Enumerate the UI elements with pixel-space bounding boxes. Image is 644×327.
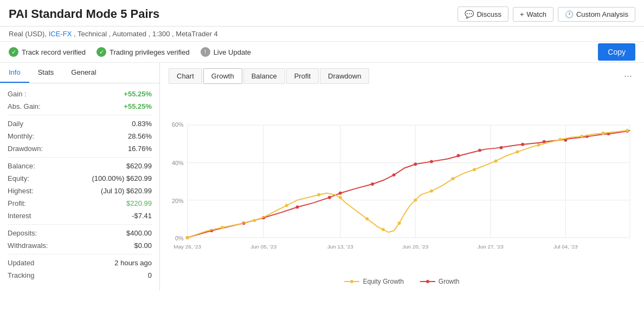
svg-point-63 bbox=[350, 280, 353, 283]
plus-icon: + bbox=[520, 10, 524, 18]
tracking-label: Tracking bbox=[8, 271, 34, 279]
svg-point-42 bbox=[186, 236, 189, 239]
abs-gain-row: Abs. Gain: +55.25% bbox=[0, 100, 159, 113]
live-update-icon: ! bbox=[201, 47, 210, 57]
svg-point-65 bbox=[426, 280, 429, 283]
updated-label: Updated bbox=[8, 259, 34, 267]
svg-point-58 bbox=[558, 138, 562, 141]
broker-link[interactable]: ICE-FX bbox=[49, 30, 72, 38]
svg-text:Jun 20, '23: Jun 20, '23 bbox=[402, 244, 429, 250]
abs-gain-label: Abs. Gain: bbox=[8, 102, 41, 110]
svg-point-60 bbox=[602, 132, 605, 135]
equity-row: Equity: (100.00%) $620.99 bbox=[0, 172, 159, 185]
svg-point-46 bbox=[317, 193, 320, 197]
profit-value: $220.99 bbox=[126, 199, 152, 207]
verification-badges: ✓ Track record verified ✓ Trading privil… bbox=[0, 42, 644, 63]
trading-privileges-icon: ✓ bbox=[96, 47, 106, 57]
custom-analysis-button[interactable]: 🕐 Custom Analysis bbox=[558, 7, 635, 22]
growth-label: Growth bbox=[439, 278, 460, 285]
track-record-icon: ✓ bbox=[9, 47, 18, 57]
equity-value: (100.00%) $620.99 bbox=[92, 174, 152, 182]
svg-point-30 bbox=[392, 173, 396, 176]
highest-row: Highest: (Jul 10) $620.99 bbox=[0, 185, 159, 197]
equity-growth-label: Equity Growth bbox=[363, 278, 403, 285]
tab-balance[interactable]: Balance bbox=[243, 68, 285, 84]
growth-line-icon bbox=[420, 278, 435, 285]
svg-point-36 bbox=[521, 143, 524, 146]
svg-text:Jul 04, '23: Jul 04, '23 bbox=[553, 244, 578, 250]
svg-point-35 bbox=[500, 146, 503, 149]
balance-label: Balance: bbox=[8, 162, 35, 170]
tab-stats[interactable]: Stats bbox=[29, 63, 63, 83]
svg-point-31 bbox=[414, 162, 417, 166]
monthly-value: 28.56% bbox=[128, 132, 152, 140]
gain-value: +55.25% bbox=[124, 90, 152, 98]
withdrawals-value: $0.00 bbox=[134, 241, 152, 250]
tab-profit[interactable]: Profit bbox=[286, 68, 319, 84]
track-record-badge: ✓ Track record verified bbox=[9, 47, 86, 57]
svg-point-47 bbox=[339, 196, 342, 199]
chart-tabs: Chart Growth Balance Profit Drawdown ··· bbox=[169, 68, 635, 84]
svg-point-32 bbox=[430, 160, 433, 163]
left-panel: Info Stats General Gain : +55.25% Abs. G… bbox=[0, 63, 160, 291]
discuss-button[interactable]: 💬 Discuss bbox=[458, 6, 508, 22]
svg-point-48 bbox=[365, 217, 369, 220]
profit-label: Profit: bbox=[8, 199, 26, 207]
svg-point-29 bbox=[371, 182, 374, 186]
svg-point-33 bbox=[456, 154, 460, 158]
svg-text:60%: 60% bbox=[172, 121, 184, 128]
divider-3 bbox=[8, 224, 152, 225]
equity-line-icon bbox=[344, 278, 359, 285]
drawdown-row: Drawdown: 16.76% bbox=[0, 142, 159, 155]
svg-point-27 bbox=[328, 196, 331, 199]
withdrawals-row: Withdrawals: $0.00 bbox=[0, 239, 159, 252]
interest-row: Interest -$7.41 bbox=[0, 210, 159, 222]
right-panel: Chart Growth Balance Profit Drawdown ···… bbox=[160, 63, 644, 291]
info-content: Gain : +55.25% Abs. Gain: +55.25% Daily … bbox=[0, 83, 159, 286]
tab-growth[interactable]: Growth bbox=[203, 68, 242, 84]
live-update-label: Live Update bbox=[214, 48, 251, 56]
balance-value: $620.99 bbox=[126, 162, 152, 170]
svg-text:Jun 13, '23: Jun 13, '23 bbox=[327, 244, 354, 250]
trading-privileges-label: Trading privileges verified bbox=[110, 48, 190, 56]
tracking-value: 0 bbox=[148, 271, 152, 279]
daily-row: Daily 0.83% bbox=[0, 117, 159, 130]
clock-icon: 🕐 bbox=[565, 10, 574, 18]
equity-label: Equity: bbox=[8, 174, 29, 182]
trading-privileges-badge: ✓ Trading privileges verified bbox=[96, 47, 190, 57]
page-title: PAI Standard Mode 5 Pairs bbox=[9, 7, 159, 21]
deposits-value: $400.00 bbox=[126, 229, 152, 237]
interest-label: Interest bbox=[8, 212, 31, 220]
svg-point-34 bbox=[478, 149, 481, 152]
monthly-label: Monthly: bbox=[8, 132, 34, 140]
updated-value: 2 hours ago bbox=[114, 259, 152, 267]
svg-text:20%: 20% bbox=[172, 198, 184, 204]
svg-point-49 bbox=[382, 228, 385, 231]
tab-chart[interactable]: Chart bbox=[169, 68, 202, 84]
chart-more-button[interactable]: ··· bbox=[621, 69, 635, 83]
daily-label: Daily bbox=[8, 120, 23, 128]
abs-gain-value: +55.25% bbox=[124, 102, 152, 110]
divider-1 bbox=[8, 115, 152, 115]
tab-general[interactable]: General bbox=[62, 63, 105, 83]
chart-area: 0% 20% 40% 60% bbox=[169, 89, 635, 273]
svg-text:40%: 40% bbox=[172, 160, 184, 166]
chart-legend: Equity Growth Growth bbox=[169, 278, 635, 285]
divider-4 bbox=[8, 254, 152, 254]
highest-label: Highest: bbox=[8, 187, 34, 195]
copy-button[interactable]: Copy bbox=[598, 43, 635, 61]
svg-point-45 bbox=[285, 204, 288, 207]
account-subtitle: Real (USD), ICE-FX , Technical , Automat… bbox=[0, 27, 644, 42]
svg-text:0%: 0% bbox=[175, 235, 184, 241]
tab-drawdown[interactable]: Drawdown bbox=[320, 68, 369, 84]
daily-value: 0.83% bbox=[132, 120, 152, 128]
divider-2 bbox=[8, 157, 152, 158]
svg-point-59 bbox=[580, 135, 583, 138]
tab-info[interactable]: Info bbox=[0, 63, 29, 83]
deposits-row: Deposits: $400.00 bbox=[0, 227, 159, 239]
watch-button[interactable]: + Watch bbox=[513, 7, 553, 22]
info-tabs: Info Stats General bbox=[0, 63, 159, 83]
equity-growth-legend: Equity Growth bbox=[344, 278, 403, 285]
profit-row: Profit: $220.99 bbox=[0, 197, 159, 210]
deposits-label: Deposits: bbox=[8, 229, 37, 237]
